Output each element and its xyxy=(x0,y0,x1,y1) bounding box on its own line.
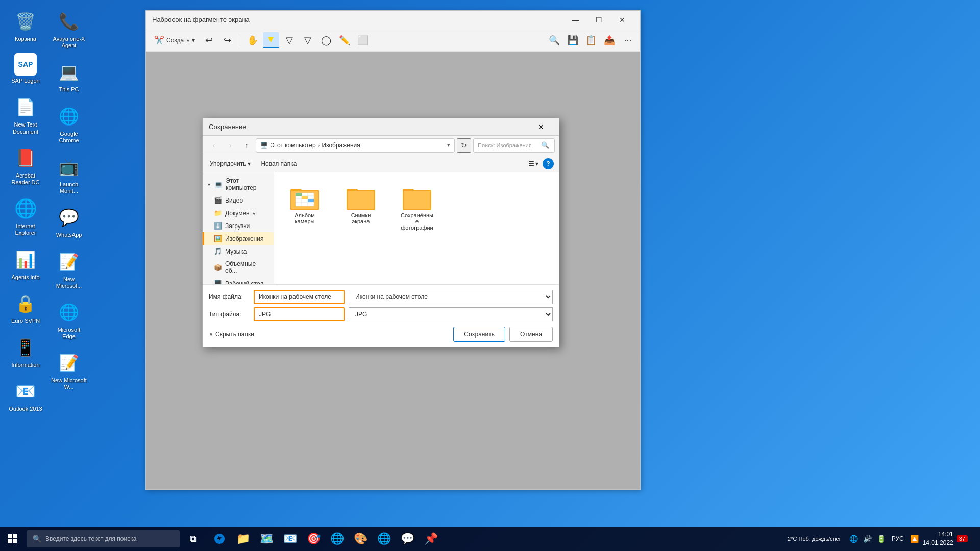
desktop-icon-newword2[interactable]: 📝 New Microsoft W... xyxy=(48,346,89,394)
highlighter-button[interactable]: ▼ xyxy=(263,32,279,48)
taskbar-chrome-icon[interactable]: 🌐 xyxy=(373,528,395,550)
sidebar-video[interactable]: 🎬 Видео xyxy=(203,194,274,207)
desktop-icon: 🖥️ xyxy=(214,280,222,284)
network-icon[interactable]: 🌐 xyxy=(848,534,859,544)
sidebar-images[interactable]: 🖼️ Изображения xyxy=(203,232,274,245)
copy-button[interactable]: 📋 xyxy=(583,32,599,48)
touch-draw-button[interactable]: ✋ xyxy=(244,32,261,48)
save-button[interactable]: 💾 xyxy=(565,32,581,48)
desktop-icon-thispc[interactable]: 💻 This PC xyxy=(48,56,89,97)
address-sep: › xyxy=(318,142,320,148)
desktop-icon-info[interactable]: 📱 Information xyxy=(5,331,46,372)
new-text-label: New Text Document xyxy=(7,121,44,135)
filename-dropdown[interactable]: Иконки на рабочем столе xyxy=(349,290,553,304)
redo-button[interactable]: ↪ xyxy=(219,32,236,48)
desktop-icon-avaya[interactable]: 📞 Avaya one-X Agent xyxy=(48,5,89,53)
desktop-icon-acrobat[interactable]: 📕 Acrobat Reader DC xyxy=(5,142,46,190)
taskbar-search-box[interactable]: 🔍 xyxy=(27,530,180,547)
desktop-icon-eurosvpn[interactable]: 🔒 Euro SVPN xyxy=(5,287,46,329)
folder-saved-photos[interactable]: Сохранённые фотографии xyxy=(397,183,437,234)
filename-input[interactable] xyxy=(254,290,345,304)
saved-photos-label: Сохранённые фотографии xyxy=(400,212,434,231)
chrome-label: Google Chrome xyxy=(51,131,87,144)
snip-window-controls: — ☐ ✕ xyxy=(564,12,634,28)
filetype-dropdown[interactable]: JPG xyxy=(349,307,553,321)
crop-button[interactable]: ⬜ xyxy=(355,32,371,48)
maximize-button[interactable]: ☐ xyxy=(587,12,610,28)
dialog-search-input[interactable] xyxy=(478,142,539,148)
nav-refresh-button[interactable]: ↻ xyxy=(457,138,471,153)
cancel-dialog-button[interactable]: Отмена xyxy=(509,327,553,342)
sidebar-3d[interactable]: 📦 Объемные об... xyxy=(203,258,274,277)
hide-folders-button[interactable]: ∧ Скрыть папки xyxy=(209,331,254,338)
dialog-search-box[interactable]: 🔍 xyxy=(473,138,555,153)
sidebar-documents[interactable]: 📁 Документы xyxy=(203,207,274,219)
taskbar-teams-icon[interactable]: 💬 xyxy=(396,528,419,550)
view-options-button[interactable]: ☰ ▾ xyxy=(529,160,538,167)
taskbar-photoshop-icon[interactable]: 🎨 xyxy=(349,528,372,550)
sidebar-desktop-label: Рабочий стол xyxy=(225,280,263,285)
avaya-label: Avaya one-X Agent xyxy=(51,36,87,49)
volume-icon[interactable]: 🔊 xyxy=(862,534,873,544)
taskbar-pin-icon[interactable]: 📌 xyxy=(420,528,442,550)
desktop-icon-launchmon[interactable]: 📺 Launch Monit... xyxy=(48,151,89,198)
share-button[interactable]: 📤 xyxy=(601,32,618,48)
zoom-in-button[interactable]: 🔍 xyxy=(546,32,562,48)
svg-rect-22 xyxy=(13,539,17,543)
organize-button[interactable]: Упорядочить ▾ xyxy=(208,159,253,168)
taskbar-edge-icon[interactable] xyxy=(208,528,231,550)
taskbar-ie-icon[interactable]: 🌐 xyxy=(326,528,348,550)
notification-icon[interactable]: 🔼 xyxy=(909,534,920,544)
desktop-icon-chrome[interactable]: 🌐 Google Chrome xyxy=(48,100,89,148)
save-dialog-button[interactable]: Сохранить xyxy=(453,327,505,342)
task-view-button[interactable]: ⧉ xyxy=(182,528,204,550)
minimize-button[interactable]: — xyxy=(564,12,587,28)
dialog-close-button[interactable]: ✕ xyxy=(529,119,553,135)
desktop-icon-recycle[interactable]: 🗑️ Корзина xyxy=(5,5,46,46)
agents-label: Agents info xyxy=(11,274,39,281)
create-button[interactable]: ✂️ Создать ▾ xyxy=(150,33,199,47)
help-button[interactable]: ? xyxy=(543,158,554,169)
system-clock[interactable]: 14:01 14.01.2022 xyxy=(923,530,953,547)
taskbar-maps-icon[interactable]: 🗺️ xyxy=(255,528,278,550)
filetype-row: Тип файла: JPG xyxy=(209,307,553,321)
sidebar-this-computer[interactable]: ▾ 💻 Этот компьютер xyxy=(203,174,274,194)
taskbar-search-input[interactable] xyxy=(45,535,168,542)
desktop-icon-whatsapp[interactable]: 💬 WhatsApp xyxy=(48,201,89,242)
taskbar-capture-icon[interactable]: 🎯 xyxy=(302,528,325,550)
battery-icon[interactable]: 🔋 xyxy=(876,534,887,544)
new-folder-button[interactable]: Новая папка xyxy=(257,159,301,168)
desktop-icon-outlook[interactable]: 📧 Outlook 2013 xyxy=(5,375,46,416)
address-bar[interactable]: 🖥️ Этот компьютер › Изображения ▾ xyxy=(256,138,455,153)
taskbar-explorer-icon[interactable]: 📁 xyxy=(232,528,254,550)
search-icon[interactable]: 🔍 xyxy=(541,141,549,149)
close-button[interactable]: ✕ xyxy=(610,12,634,28)
undo-button[interactable]: ↩ xyxy=(201,32,217,48)
sidebar-downloads[interactable]: ⬇️ Загрузки xyxy=(203,219,274,232)
folder-screenshots[interactable]: Снимки экрана xyxy=(340,183,381,228)
pen-tool2-button[interactable]: ▽ xyxy=(300,32,316,48)
nav-forward-button[interactable]: › xyxy=(223,138,237,153)
nav-back-button[interactable]: ‹ xyxy=(207,138,221,153)
address-dropdown-icon[interactable]: ▾ xyxy=(447,142,450,148)
show-desktop-button[interactable] xyxy=(971,531,974,547)
sidebar-desktop[interactable]: 🖥️ Рабочий стол xyxy=(203,277,274,284)
language-indicator[interactable]: РУС xyxy=(892,535,904,542)
ruler-button[interactable]: ✏️ xyxy=(336,32,353,48)
filetype-input[interactable] xyxy=(254,307,345,321)
desktop-icon-msedge[interactable]: 🌐 Microsoft Edge xyxy=(48,296,89,344)
taskbar-outlook-icon[interactable]: 📧 xyxy=(279,528,301,550)
folder-camera-roll[interactable]: Альбом камеры xyxy=(284,183,325,228)
eraser-button[interactable]: ◯ xyxy=(318,32,334,48)
nav-up-button[interactable]: ↑ xyxy=(239,138,254,153)
start-button[interactable] xyxy=(0,527,24,551)
desktop-icon-ie[interactable]: 🌐 Internet Explorer xyxy=(5,192,46,240)
desktop-icon-agents[interactable]: 📊 Agents info xyxy=(5,243,46,285)
notification-count-badge[interactable]: 37 xyxy=(957,535,968,542)
sidebar-music[interactable]: 🎵 Музыка xyxy=(203,245,274,258)
desktop-icon-newtxt[interactable]: 📄 New Text Document xyxy=(5,91,46,139)
pen-tool-button[interactable]: ▽ xyxy=(281,32,298,48)
desktop-icon-newmicrosoft[interactable]: 📝 New Microsof... xyxy=(48,245,89,293)
desktop-icon-sap[interactable]: SAP SAP Logon xyxy=(5,49,46,88)
more-button[interactable]: ··· xyxy=(620,32,636,48)
